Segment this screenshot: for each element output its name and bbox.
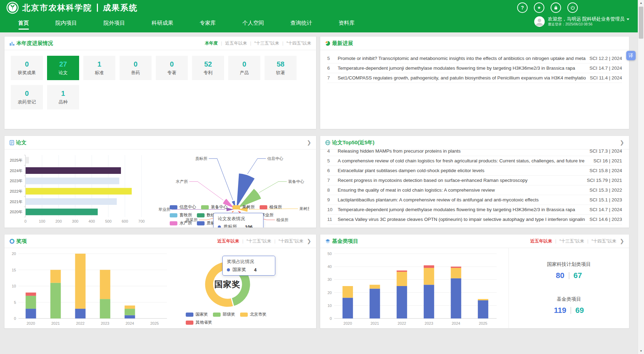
- svg-text:0: 0: [330, 316, 332, 321]
- list-item[interactable]: 7 Recent progress in mycotoxins detectio…: [327, 176, 622, 185]
- nav-item[interactable]: 科研成果: [152, 15, 173, 27]
- org-logo: [6, 1, 19, 14]
- legend-label: 其他省奖: [196, 320, 212, 325]
- item-sci-tag: SCI 14.7 | 2024: [589, 207, 622, 212]
- legend-swatch: [197, 213, 205, 217]
- panel-more-chevron[interactable]: ❯: [307, 238, 311, 244]
- legend-item[interactable]: 信息中心: [170, 204, 196, 210]
- list-item[interactable]: 4 Releasing hidden MAMPs from precursor …: [327, 149, 622, 156]
- tab[interactable]: “十四五”以来: [584, 238, 616, 244]
- tab[interactable]: 近五年以来: [218, 40, 247, 46]
- list-item[interactable]: 7 Set1/COMPASS regulates growth, pathoge…: [327, 73, 622, 83]
- tab[interactable]: “十四五”以来: [271, 238, 303, 244]
- tab[interactable]: 本年度: [205, 40, 218, 46]
- nav-item[interactable]: 专家库: [200, 15, 216, 27]
- svg-text:2021: 2021: [51, 321, 60, 325]
- panel-more-chevron[interactable]: ❯: [620, 238, 624, 244]
- help-icon[interactable]: ?: [517, 2, 528, 13]
- stat-label: 专著: [167, 70, 176, 76]
- svg-text:0: 0: [14, 316, 16, 321]
- tab[interactable]: “十三五”以来: [239, 238, 271, 244]
- panel-funds: 基金类项目 近五年以来 “十三五”以来 “十四五”以来 ❯ 0102030405…: [320, 234, 629, 329]
- nav-item[interactable]: 院内项目: [55, 15, 77, 27]
- legend-item[interactable]: 装备中心: [201, 204, 228, 210]
- panel-more-chevron[interactable]: ❯: [620, 139, 624, 146]
- list-item[interactable]: 6 Temperature-dependent jumonji demethyl…: [327, 63, 622, 73]
- stat-card[interactable]: 0 农药登记: [11, 85, 43, 109]
- item-title: Releasing hidden MAMPs from precursor pr…: [338, 149, 586, 154]
- stat-card[interactable]: 0 产品: [228, 56, 260, 80]
- tab[interactable]: 近五年以来: [530, 238, 552, 244]
- stat-card[interactable]: 0 兽药: [120, 56, 152, 80]
- svg-text:2022: 2022: [398, 321, 406, 325]
- scrollbar-thumb[interactable]: [639, 7, 643, 39]
- svg-text:10: 10: [12, 284, 16, 288]
- list-item[interactable]: 6 Extracellular plant subtilases dampen …: [327, 166, 622, 176]
- list-item[interactable]: 8 Ensuring the quality of meat in cold c…: [327, 185, 622, 195]
- list-item[interactable]: 9 Lactiplantibacillus plantarum: A compr…: [327, 195, 622, 205]
- main-nav: 首页 院内项目 院外项目 科研成果 专家库 个人空间 查询统计 资料库 欢迎您，…: [0, 15, 644, 32]
- brand-divider: [97, 3, 98, 12]
- stat-card[interactable]: 1 品种: [47, 85, 79, 109]
- item-sci-tag: SCI 12.2 | 2024: [589, 56, 622, 61]
- translate-button[interactable]: 译: [626, 51, 636, 60]
- legend-item[interactable]: 北京市奖: [240, 311, 267, 317]
- user-menu[interactable]: 欢迎您，马明远 院科研处业务管理员: [548, 16, 629, 22]
- list-item[interactable]: 5 A comprehensive review of cold chain l…: [327, 156, 622, 166]
- org-name: 北京市农林科学院: [22, 2, 92, 13]
- list-item[interactable]: 10 Temperature-dependent jumonji demethy…: [327, 205, 622, 215]
- item-sci-tag: SCI 15.79 | 2021: [587, 178, 622, 183]
- legend-item[interactable]: 部级奖: [213, 311, 235, 317]
- legend-item[interactable]: 果树所: [232, 204, 255, 210]
- stat-value: 0: [25, 60, 29, 68]
- list-item[interactable]: 11 Seneca Valley virus 3C protease cleav…: [327, 215, 622, 224]
- svg-text:2024: 2024: [125, 321, 134, 325]
- stat-value: 0: [242, 60, 246, 68]
- stat-card[interactable]: 0 专著: [156, 56, 188, 80]
- nav-item[interactable]: 查询统计: [291, 15, 312, 27]
- item-number: 11: [327, 217, 338, 222]
- scroll-down-icon[interactable]: ▼: [638, 348, 644, 354]
- papers-institute-rose-chart[interactable]: 信息中心装备中心果树所植保所蔬菜所草业所水产所质标所信息中心装备中心果树所植保所…: [149, 149, 316, 228]
- tab[interactable]: 近五年以来: [217, 238, 239, 244]
- item-title: Promote or inhibit? Transcriptomic and m…: [338, 56, 586, 61]
- legend-item[interactable]: 植保所: [260, 204, 282, 210]
- legend-item[interactable]: 水产所: [170, 220, 192, 226]
- favorite-icon[interactable]: ★: [534, 2, 544, 13]
- svg-text:30: 30: [328, 277, 332, 282]
- legend-item[interactable]: 国家奖: [186, 311, 208, 317]
- nav-item[interactable]: 个人空间: [243, 15, 264, 27]
- svg-text:信息中心: 信息中心: [267, 156, 284, 161]
- tooltip-title: 论文发表情况: [218, 216, 259, 222]
- stat-cards: 0 获奖成果 27 论文 1 标准 0 兽药: [5, 50, 316, 115]
- stat-card[interactable]: 27 论文: [47, 56, 79, 80]
- lock-icon[interactable]: [551, 2, 561, 13]
- legend-swatch: [232, 205, 240, 209]
- awards-year-bar-chart[interactable]: 05101520202020212022202320242025: [5, 248, 175, 328]
- scroll-up-icon[interactable]: ▲: [638, 0, 644, 6]
- nav-item[interactable]: 首页: [18, 15, 29, 27]
- stat-card[interactable]: 1 标准: [83, 56, 115, 80]
- panel-more-chevron[interactable]: ❯: [307, 139, 311, 146]
- tab[interactable]: “十三五”以来: [247, 40, 279, 46]
- stat-card[interactable]: 52 专利: [192, 56, 224, 80]
- tab[interactable]: “十四五”以来: [279, 40, 311, 46]
- list-item[interactable]: 5 Promote or inhibit? Transcriptomic and…: [327, 54, 622, 63]
- stat-label: 软著: [276, 70, 285, 76]
- legend-swatch: [170, 205, 177, 209]
- page-scrollbar[interactable]: ▲ ▼: [638, 0, 644, 354]
- stat-card[interactable]: 0 获奖成果: [11, 56, 43, 80]
- stat-card[interactable]: 58 软著: [264, 56, 297, 80]
- legend-item[interactable]: 其他省奖: [186, 320, 212, 325]
- tooltip-series-name: 国家奖: [232, 267, 246, 273]
- awards-share-donut-chart[interactable]: 国家奖奖项占比情况 国家奖 4国家奖部级奖北京市奖其他省奖: [175, 248, 316, 328]
- funds-year-bar-chart[interactable]: 01020304050202020212022202320242025: [320, 248, 508, 328]
- avatar[interactable]: [534, 16, 545, 27]
- legend-item[interactable]: 畜牧所: [170, 212, 192, 218]
- tab[interactable]: “十三五”以来: [552, 238, 584, 244]
- papers-year-bar-chart[interactable]: 01002003004005006007002025年2024年2023年202…: [5, 149, 149, 228]
- power-icon[interactable]: [567, 2, 578, 13]
- panel-title: 奖项: [16, 238, 27, 245]
- nav-item[interactable]: 院外项目: [104, 15, 125, 27]
- nav-item[interactable]: 资料库: [339, 15, 355, 27]
